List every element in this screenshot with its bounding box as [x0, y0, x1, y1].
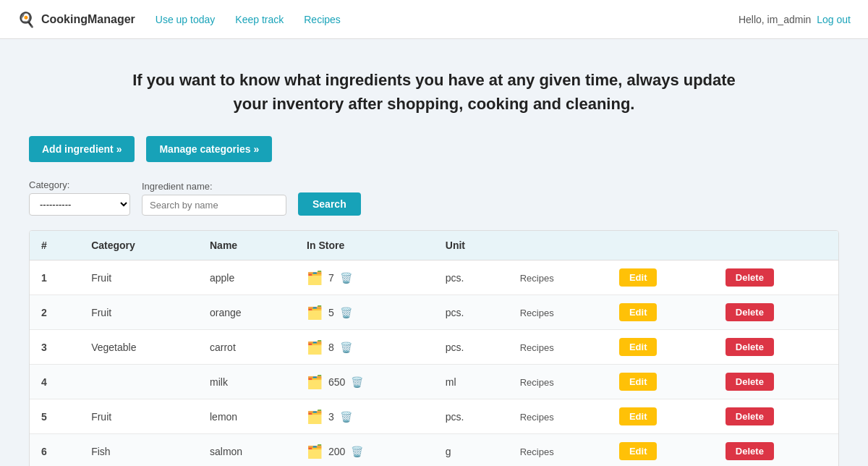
- table-header-row: # Category Name In Store Unit: [30, 231, 838, 260]
- cell-name: lemon: [198, 399, 295, 434]
- cell-recipes-link[interactable]: Recipes: [509, 295, 608, 330]
- category-select[interactable]: ----------: [29, 193, 130, 216]
- cell-unit: g: [434, 434, 509, 467]
- cell-delete[interactable]: Delete: [714, 399, 838, 434]
- ingredients-table-container: # Category Name In Store Unit 1 Fruit ap…: [29, 230, 839, 466]
- cell-recipes-link[interactable]: Recipes: [509, 365, 608, 399]
- hero-text: If you want to know what ingredients you…: [123, 68, 745, 116]
- cell-delete[interactable]: Delete: [714, 365, 838, 399]
- store-icon: 🗂️: [307, 409, 323, 425]
- cell-edit[interactable]: Edit: [608, 399, 714, 434]
- col-header-name: Name: [198, 231, 295, 260]
- edit-button[interactable]: Edit: [619, 407, 658, 425]
- table-row: 3 Vegetable carrot 🗂️ 8 🗑️ pcs. Recipes …: [30, 330, 838, 365]
- cell-recipes-link[interactable]: Recipes: [509, 260, 608, 295]
- cell-edit[interactable]: Edit: [608, 434, 714, 467]
- navbar-left: 🍳 CookingManager Use up today Keep track…: [17, 11, 341, 28]
- recipes-link: Recipes: [520, 308, 554, 318]
- store-quantity: 200: [328, 446, 345, 457]
- cell-unit: pcs.: [434, 295, 509, 330]
- edit-button[interactable]: Edit: [619, 268, 658, 287]
- cell-in-store: 🗂️ 3 🗑️: [295, 399, 434, 434]
- store-icon: 🗂️: [307, 339, 323, 355]
- cell-delete[interactable]: Delete: [714, 260, 838, 295]
- cell-in-store: 🗂️ 8 🗑️: [295, 330, 434, 365]
- edit-button[interactable]: Edit: [619, 373, 658, 391]
- cell-unit: ml: [434, 365, 509, 399]
- store-icon: 🗂️: [307, 444, 323, 459]
- cell-in-store: 🗂️ 650 🗑️: [295, 365, 434, 399]
- logout-link[interactable]: Log out: [817, 14, 851, 25]
- store-icon: 🗂️: [307, 270, 323, 286]
- cell-id: 1: [30, 260, 80, 295]
- delete-button[interactable]: Delete: [726, 338, 774, 356]
- cell-unit: pcs.: [434, 330, 509, 365]
- cell-edit[interactable]: Edit: [608, 365, 714, 399]
- navbar-right: Hello, im_admin Log out: [739, 14, 851, 25]
- store-quantity: 7: [328, 272, 334, 284]
- filter-row: Category: ---------- Ingredient name: Se…: [29, 179, 839, 216]
- cell-in-store: 🗂️ 200 🗑️: [295, 434, 434, 467]
- manage-categories-button[interactable]: Manage categories »: [146, 136, 272, 162]
- cell-delete[interactable]: Delete: [714, 434, 838, 467]
- store-icon: 🗂️: [307, 374, 323, 390]
- cell-name: milk: [198, 365, 295, 399]
- cell-edit[interactable]: Edit: [608, 260, 714, 295]
- recipes-link: Recipes: [520, 342, 554, 353]
- cell-delete[interactable]: Delete: [714, 330, 838, 365]
- greeting-text: Hello, im_admin: [739, 14, 811, 25]
- main-content: If you want to know what ingredients you…: [0, 39, 868, 466]
- decrement-icon[interactable]: 🗑️: [340, 307, 352, 318]
- cell-category: Fruit: [80, 260, 198, 295]
- nav-use-up-today[interactable]: Use up today: [156, 14, 216, 25]
- ingredient-name-label: Ingredient name:: [142, 181, 286, 192]
- delete-button[interactable]: Delete: [726, 373, 774, 391]
- decrement-icon[interactable]: 🗑️: [340, 272, 352, 284]
- cell-recipes-link[interactable]: Recipes: [509, 434, 608, 467]
- table-row: 2 Fruit orange 🗂️ 5 🗑️ pcs. Recipes Edit…: [30, 295, 838, 330]
- cell-id: 5: [30, 399, 80, 434]
- decrement-icon[interactable]: 🗑️: [340, 411, 352, 423]
- col-header-category: Category: [80, 231, 198, 260]
- delete-button[interactable]: Delete: [726, 442, 774, 460]
- search-button[interactable]: Search: [298, 192, 361, 216]
- col-header-id: #: [30, 231, 80, 260]
- cell-recipes-link[interactable]: Recipes: [509, 330, 608, 365]
- cell-edit[interactable]: Edit: [608, 295, 714, 330]
- decrement-icon[interactable]: 🗑️: [351, 376, 363, 388]
- cell-name: orange: [198, 295, 295, 330]
- store-quantity: 5: [328, 307, 334, 318]
- recipes-link: Recipes: [520, 273, 554, 284]
- table-row: 1 Fruit apple 🗂️ 7 🗑️ pcs. Recipes Edit …: [30, 260, 838, 295]
- cell-id: 3: [30, 330, 80, 365]
- delete-button[interactable]: Delete: [726, 303, 774, 321]
- cell-recipes-link[interactable]: Recipes: [509, 399, 608, 434]
- nav-keep-track[interactable]: Keep track: [235, 14, 284, 25]
- col-header-in-store: In Store: [295, 231, 434, 260]
- delete-button[interactable]: Delete: [726, 268, 774, 287]
- ingredient-name-filter-group: Ingredient name:: [142, 181, 286, 216]
- store-quantity: 8: [328, 342, 334, 353]
- search-input[interactable]: [142, 195, 286, 216]
- cell-name: apple: [198, 260, 295, 295]
- nav-recipes[interactable]: Recipes: [304, 14, 341, 25]
- cell-id: 2: [30, 295, 80, 330]
- cell-edit[interactable]: Edit: [608, 330, 714, 365]
- edit-button[interactable]: Edit: [619, 303, 658, 321]
- cell-unit: pcs.: [434, 399, 509, 434]
- delete-button[interactable]: Delete: [726, 407, 774, 425]
- cell-category: [80, 365, 198, 399]
- col-header-delete: [714, 231, 838, 260]
- ingredients-table: # Category Name In Store Unit 1 Fruit ap…: [30, 231, 838, 466]
- cell-id: 4: [30, 365, 80, 399]
- add-ingredient-button[interactable]: Add ingredient »: [29, 136, 135, 162]
- cell-delete[interactable]: Delete: [714, 295, 838, 330]
- edit-button[interactable]: Edit: [619, 442, 658, 460]
- col-header-unit: Unit: [434, 231, 509, 260]
- decrement-icon[interactable]: 🗑️: [351, 446, 363, 457]
- cell-id: 6: [30, 434, 80, 467]
- edit-button[interactable]: Edit: [619, 338, 658, 356]
- table-row: 4 milk 🗂️ 650 🗑️ ml Recipes Edit Delete: [30, 365, 838, 399]
- brand: 🍳 CookingManager: [17, 11, 135, 28]
- decrement-icon[interactable]: 🗑️: [340, 342, 352, 353]
